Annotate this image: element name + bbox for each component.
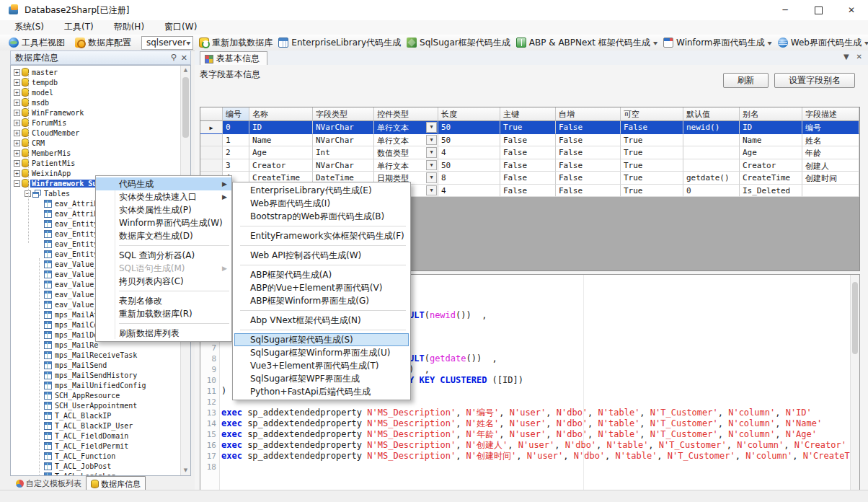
grid-cell[interactable]: False: [500, 134, 556, 147]
grid-cell[interactable]: NVarChar: [313, 121, 374, 134]
cell-dropdown-icon[interactable]: ▼: [426, 160, 437, 171]
tab-close-icon[interactable]: ✕: [856, 53, 862, 61]
grid-cell[interactable]: 8: [438, 172, 500, 185]
grid-cell[interactable]: 编号: [802, 121, 859, 134]
set-field-alias-button[interactable]: 设置字段别名: [774, 73, 855, 88]
grid-cell[interactable]: Name: [740, 134, 802, 147]
grid-cell[interactable]: [683, 134, 740, 147]
menu-item[interactable]: 表别名修改: [96, 294, 231, 307]
grid-cell[interactable]: False: [500, 172, 556, 185]
table-row[interactable]: 1NameNVarChar单行文本▼50FalseFalseTrueName姓名: [200, 134, 859, 147]
menu-item[interactable]: 刷新数据库列表: [96, 327, 231, 340]
menu-item[interactable]: ABP框架Winform界面生成(G): [233, 294, 410, 307]
tree-node[interactable]: T_ACL_Function: [44, 451, 181, 461]
menubar-item-0[interactable]: 系统(S): [4, 19, 54, 35]
menu-item[interactable]: 代码生成▶: [96, 177, 231, 190]
grid-cell[interactable]: False: [556, 172, 621, 185]
grid-cell[interactable]: Creator: [249, 159, 313, 172]
toolbar-button-5[interactable]: 重新加载数据库: [196, 36, 275, 50]
close-button[interactable]: ✕: [835, 0, 868, 20]
scroll-down-icon[interactable]: ▼: [181, 466, 190, 475]
tree-node[interactable]: SCH_UserAppointment: [44, 400, 181, 410]
tab-list-dropdown-icon[interactable]: ▼: [843, 53, 849, 61]
panel-close-icon[interactable]: ✕: [181, 53, 187, 63]
scroll-up-icon[interactable]: ▲: [181, 66, 190, 75]
expand-toggle-icon[interactable]: +: [14, 89, 20, 96]
grid-cell[interactable]: Is_Deleted: [740, 185, 802, 198]
menu-item[interactable]: EnterpriseLibrary代码生成(E): [233, 184, 410, 197]
grid-cell[interactable]: 数值类型▼: [374, 146, 438, 159]
row-selector-cell[interactable]: [200, 134, 223, 147]
toolbar-button-2[interactable]: 数据库配置: [72, 36, 134, 50]
grid-cell[interactable]: 1: [223, 134, 249, 147]
tab-table-basic-info[interactable]: 表基本信息: [200, 51, 267, 66]
tree-node[interactable]: T_ACL_FieldPermit: [44, 441, 181, 451]
grid-column-header[interactable]: 长度: [438, 107, 500, 121]
grid-cell[interactable]: 姓名: [802, 134, 859, 147]
grid-cell[interactable]: True: [621, 159, 683, 172]
expand-toggle-icon[interactable]: +: [14, 79, 20, 86]
tree-node[interactable]: T_ACL_JobPost: [44, 461, 181, 471]
grid-cell[interactable]: 创建时间: [802, 172, 859, 185]
menubar-item-1[interactable]: 工具(T): [54, 19, 104, 35]
tree-node[interactable]: +MemberMis: [14, 148, 181, 158]
expand-toggle-icon[interactable]: +: [14, 69, 20, 76]
tree-node[interactable]: +CloudMember: [14, 128, 181, 138]
grid-cell[interactable]: False: [500, 185, 556, 198]
menu-item[interactable]: 实体类属性生成(P): [96, 203, 231, 216]
tree-node[interactable]: mps_MailSendHistory: [44, 370, 181, 380]
grid-cell[interactable]: 单行文本▼: [374, 134, 438, 147]
menu-item[interactable]: Abp VNext框架代码生成(N): [233, 314, 410, 327]
grid-column-header[interactable]: 控件类型: [374, 107, 438, 121]
menu-item[interactable]: Web API控制器代码生成(W): [233, 249, 410, 262]
toolbar-button-0[interactable]: 工具栏视图: [6, 36, 68, 50]
menu-item[interactable]: Python+FastApi后端代码生成: [233, 385, 410, 398]
menu-item[interactable]: 实体类生成快速入口▶: [96, 190, 231, 203]
tree-node[interactable]: T_ACL_BlackIP: [44, 410, 181, 420]
cell-dropdown-icon[interactable]: ▼: [426, 122, 437, 133]
menu-item[interactable]: Vue3+Element界面代码生成(T): [233, 359, 410, 372]
grid-cell[interactable]: 创建人: [802, 159, 859, 172]
toolbar-button-7[interactable]: SqlSugar框架代码生成: [404, 36, 513, 50]
grid-cell[interactable]: False: [621, 121, 683, 134]
grid-column-header[interactable]: 字段类型: [313, 107, 374, 121]
menu-item[interactable]: Winform界面代码生成(W): [96, 216, 231, 229]
tree-node[interactable]: T_ACL_BlackIP_User: [44, 420, 181, 431]
expand-toggle-icon[interactable]: +: [14, 100, 20, 106]
tree-node[interactable]: +ForumMis: [14, 118, 181, 128]
grid-cell[interactable]: getdate(): [683, 172, 740, 185]
tree-node[interactable]: mps_MailUnifiedConfig: [44, 380, 181, 390]
grid-cell[interactable]: Int: [313, 146, 374, 159]
grid-cell[interactable]: 2: [223, 146, 249, 159]
grid-cell[interactable]: False: [500, 146, 556, 159]
grid-column-header[interactable]: 可空: [621, 107, 683, 121]
menu-item[interactable]: SqlSugar框架代码生成(S): [234, 333, 409, 346]
row-selector-cell[interactable]: [200, 146, 223, 159]
menubar-item-3[interactable]: 窗口(W): [154, 19, 207, 35]
refresh-button[interactable]: 刷新: [723, 73, 769, 88]
tree-node[interactable]: +PatientMis: [14, 158, 181, 168]
grid-cell[interactable]: 0: [683, 185, 740, 198]
menu-item[interactable]: SqlSugar框架WPF界面生成: [233, 372, 410, 385]
menu-item[interactable]: ABP框架代码生成(A): [233, 268, 410, 281]
grid-cell[interactable]: False: [556, 159, 621, 172]
table-row[interactable]: ▶0IDNVarChar单行文本▼50TrueFalseFalsenewid()…: [200, 121, 859, 134]
grid-cell[interactable]: [683, 159, 740, 172]
menu-item[interactable]: Web界面代码生成(I): [233, 197, 410, 210]
table-row[interactable]: 2AgeInt数值类型▼4FalseFalseTrueAge年龄: [200, 146, 859, 159]
grid-cell[interactable]: False: [500, 159, 556, 172]
grid-cell[interactable]: CreateTime: [740, 172, 802, 185]
maximize-button[interactable]: [802, 0, 835, 20]
expand-toggle-icon[interactable]: +: [14, 130, 20, 136]
grid-cell[interactable]: Name: [249, 134, 313, 147]
menu-item[interactable]: EntityFramework实体框架代码生成(F): [233, 229, 410, 242]
grid-cell[interactable]: NVarChar: [313, 159, 374, 172]
grid-column-header[interactable]: 字段描述: [802, 107, 859, 121]
expand-toggle-icon[interactable]: +: [14, 150, 20, 157]
grid-cell[interactable]: ID: [249, 121, 313, 134]
grid-cell[interactable]: True: [621, 134, 683, 147]
cell-dropdown-icon[interactable]: ▼: [426, 185, 437, 196]
expand-toggle-icon[interactable]: +: [14, 140, 20, 146]
expand-toggle-icon[interactable]: +: [14, 160, 20, 167]
grid-cell[interactable]: Age: [740, 146, 802, 159]
